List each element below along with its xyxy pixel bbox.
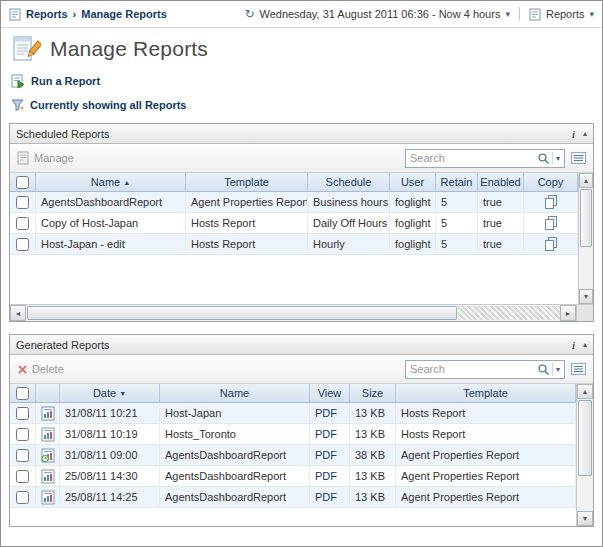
time-range-dropdown-icon[interactable]: ▾	[505, 9, 510, 19]
report-retain: 5	[436, 234, 478, 255]
scheduled-panel-header: Scheduled Reports i ▴	[10, 124, 593, 144]
table-row[interactable]: 31/08/11 09:00 AgentsDashboardReport PDF…	[10, 445, 576, 466]
vertical-scrollbar[interactable]: ▲ ▼	[578, 173, 593, 304]
table-row[interactable]: Copy of Host-Japan Hosts Report Daily Of…	[10, 213, 578, 234]
row-checkbox-cell	[10, 445, 36, 466]
column-header-template[interactable]: Template	[186, 173, 308, 192]
scrollbar-thumb[interactable]	[578, 400, 592, 476]
table-row[interactable]: AgentsDashboardReport Agent Properties R…	[10, 192, 578, 213]
scrollbar-track[interactable]	[577, 477, 593, 511]
row-checkbox[interactable]	[16, 196, 29, 209]
row-checkbox-cell	[10, 213, 36, 234]
column-header-schedule[interactable]: Schedule	[308, 173, 390, 192]
report-size: 13 KB	[350, 487, 396, 508]
generated-reports-panel: Generated Reports i ▴ Delete ▾	[9, 334, 594, 527]
breadcrumb-reports-link[interactable]: Reports	[26, 8, 68, 20]
report-view-link[interactable]: PDF	[310, 403, 350, 424]
column-header-enabled[interactable]: Enabled	[478, 173, 524, 192]
manage-button[interactable]: Manage	[17, 151, 74, 165]
scrollbar-track[interactable]	[579, 248, 593, 289]
report-template: Agent Properties Report	[186, 192, 308, 213]
table-row[interactable]: 25/08/11 14:25 AgentsDashboardReport PDF…	[10, 487, 576, 508]
report-schedule: Hourly	[308, 234, 390, 255]
report-template: Agent Properties Report	[396, 466, 576, 487]
scroll-down-icon[interactable]: ▼	[579, 289, 593, 304]
run-report-label[interactable]: Run a Report	[31, 75, 100, 87]
manage-reports-icon	[11, 35, 41, 63]
generated-toolbar: Delete ▾	[10, 355, 593, 384]
vertical-scrollbar[interactable]: ▲ ▼	[576, 384, 593, 526]
table-row[interactable]: 25/08/11 14:30 AgentsDashboardReport PDF…	[10, 466, 576, 487]
column-header-size[interactable]: Size	[350, 384, 396, 403]
collapse-icon[interactable]: ▴	[583, 129, 587, 138]
search-icon[interactable]	[537, 152, 550, 165]
table-row[interactable]: 31/08/11 10:19 Hosts_Toronto PDF 13 KB H…	[10, 424, 576, 445]
scroll-up-icon[interactable]: ▲	[579, 173, 593, 188]
scroll-down-icon[interactable]: ▼	[577, 511, 593, 526]
generated-search-input[interactable]	[406, 363, 537, 375]
delete-button[interactable]: Delete	[17, 363, 64, 375]
report-view-link[interactable]: PDF	[310, 424, 350, 445]
report-view-link[interactable]: PDF	[310, 487, 350, 508]
row-checkbox[interactable]	[16, 217, 29, 230]
report-name: Host-Japan - edit	[36, 234, 186, 255]
search-divider	[552, 152, 553, 165]
copy-icon[interactable]	[543, 215, 559, 231]
scroll-up-icon[interactable]: ▲	[577, 384, 593, 399]
run-report-link[interactable]: Run a Report	[1, 68, 602, 92]
info-icon[interactable]: i	[572, 339, 575, 351]
scheduled-search-input[interactable]	[406, 152, 537, 164]
showing-all-link[interactable]: Currently showing all Reports	[1, 92, 602, 115]
select-all-checkbox[interactable]	[16, 387, 29, 400]
copy-icon[interactable]	[543, 236, 559, 252]
scrollbar-thumb[interactable]	[580, 189, 592, 247]
report-schedule: Business hours	[308, 192, 390, 213]
reports-menu-label[interactable]: Reports	[546, 8, 585, 20]
select-all-header	[10, 384, 36, 403]
report-type-cell	[36, 466, 60, 487]
column-header-retain[interactable]: Retain	[436, 173, 478, 192]
column-header-name[interactable]: Name	[160, 384, 310, 403]
report-view-link[interactable]: PDF	[310, 445, 350, 466]
customizer-icon[interactable]	[571, 152, 586, 164]
scroll-right-icon[interactable]: ►	[560, 305, 576, 321]
report-name: AgentsDashboardReport	[36, 192, 186, 213]
filter-icon	[11, 98, 24, 111]
column-header-view[interactable]: View	[310, 384, 350, 403]
select-all-checkbox[interactable]	[16, 176, 29, 189]
report-view-link[interactable]: PDF	[310, 466, 350, 487]
reports-menu-dropdown-icon[interactable]: ▾	[589, 9, 594, 19]
row-checkbox[interactable]	[16, 491, 29, 504]
copy-icon[interactable]	[543, 194, 559, 210]
report-retain: 5	[436, 213, 478, 234]
info-icon[interactable]: i	[572, 128, 575, 140]
report-user: foglight	[390, 213, 436, 234]
column-header-name[interactable]: Name▲	[36, 173, 186, 192]
column-header-copy[interactable]: Copy	[524, 173, 578, 192]
report-template: Hosts Report	[396, 403, 576, 424]
showing-all-label[interactable]: Currently showing all Reports	[30, 99, 186, 111]
search-options-dropdown-icon[interactable]: ▾	[555, 154, 561, 163]
column-header-user[interactable]: User	[390, 173, 436, 192]
horizontal-scrollbar[interactable]: ◄ ►	[10, 305, 576, 321]
row-checkbox[interactable]	[16, 407, 29, 420]
column-header-date[interactable]: Date▼	[60, 384, 160, 403]
customizer-icon[interactable]	[571, 363, 586, 375]
time-range-label[interactable]: Wednesday, 31 August 2011 06:36 - Now 4 …	[259, 8, 500, 20]
search-options-dropdown-icon[interactable]: ▾	[555, 365, 561, 374]
scroll-left-icon[interactable]: ◄	[10, 305, 26, 321]
row-checkbox-cell	[10, 234, 36, 255]
row-checkbox[interactable]	[16, 449, 29, 462]
collapse-icon[interactable]: ▴	[583, 340, 587, 349]
row-checkbox[interactable]	[16, 238, 29, 251]
row-checkbox[interactable]	[16, 428, 29, 441]
table-row[interactable]: 31/08/11 10:21 Host-Japan PDF 13 KB Host…	[10, 403, 576, 424]
row-checkbox[interactable]	[16, 470, 29, 483]
scrollbar-thumb[interactable]	[27, 306, 457, 320]
table-row[interactable]: Host-Japan - edit Hosts Report Hourly fo…	[10, 234, 578, 255]
sort-asc-icon: ▲	[123, 179, 130, 186]
column-header-template[interactable]: Template	[396, 384, 576, 403]
search-icon[interactable]	[537, 363, 550, 376]
top-bar: Reports › Manage Reports ↻ Wednesday, 31…	[1, 1, 602, 28]
report-user: foglight	[390, 192, 436, 213]
